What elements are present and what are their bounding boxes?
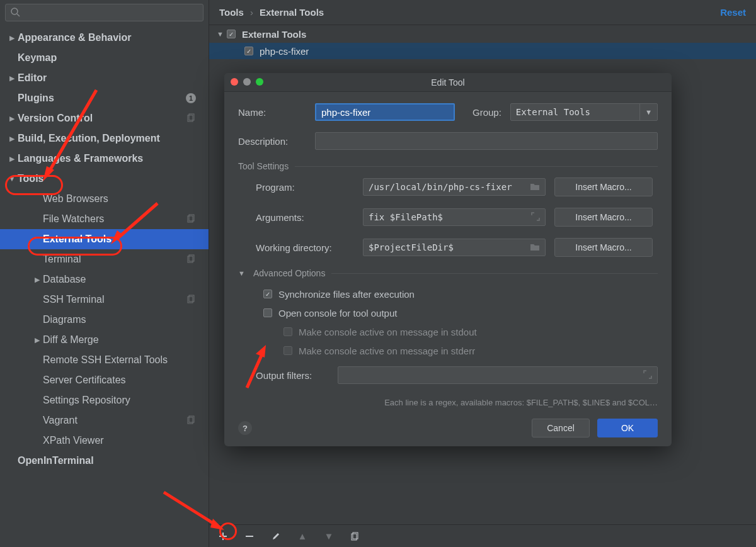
help-button[interactable]: ? bbox=[238, 421, 252, 435]
sidebar-item-tools[interactable]: ▼Tools bbox=[0, 169, 209, 189]
move-up-button[interactable]: ▲ bbox=[295, 529, 310, 544]
tools-list: ▼ ✓ External Tools ✓ php-cs-fixer bbox=[209, 25, 756, 59]
expand-icon[interactable] bbox=[643, 370, 652, 379]
badge: 1 bbox=[186, 93, 196, 103]
caret-down-icon: ▼ bbox=[238, 269, 247, 277]
item-name: php-cs-fixer bbox=[260, 46, 309, 57]
folder-icon[interactable] bbox=[530, 182, 540, 191]
add-button[interactable] bbox=[215, 529, 231, 544]
insert-macro-workdir-button[interactable]: Insert Macro... bbox=[554, 238, 653, 257]
sidebar-item-editor[interactable]: ▶Editor bbox=[0, 68, 209, 88]
sidebar-item-version-control[interactable]: ▶Version Control bbox=[0, 108, 209, 128]
sidebar-item-label: File Watchers bbox=[43, 213, 104, 225]
sidebar-item-web-browsers[interactable]: ▶Web Browsers bbox=[0, 189, 209, 209]
advanced-section[interactable]: ▼Advanced Options bbox=[238, 268, 658, 278]
ok-button[interactable]: OK bbox=[597, 419, 658, 437]
scope-icon bbox=[187, 113, 196, 125]
sidebar-item-vagrant[interactable]: ▶Vagrant bbox=[0, 410, 209, 431]
tool-item-row[interactable]: ✓ php-cs-fixer bbox=[209, 43, 756, 59]
scope-icon bbox=[187, 415, 196, 427]
sync-option[interactable]: ✓ Synchronize files after execution bbox=[238, 285, 658, 303]
breadcrumb-root[interactable]: Tools bbox=[219, 7, 244, 18]
sidebar-item-ssh-terminal[interactable]: ▶SSH Terminal bbox=[0, 290, 209, 310]
search-icon bbox=[10, 7, 20, 17]
copy-button[interactable] bbox=[348, 529, 363, 544]
sidebar-item-terminal[interactable]: ▶Terminal bbox=[0, 249, 209, 269]
edit-tool-dialog: Edit Tool Name: php-cs-fixer Group: Exte… bbox=[224, 73, 672, 446]
settings-tree[interactable]: ▶Appearance & Behavior▶Keymap▶Editor▶Plu… bbox=[0, 25, 209, 547]
folder-icon[interactable] bbox=[530, 242, 540, 251]
caret-right-icon: ▶ bbox=[6, 155, 18, 163]
filters-field[interactable] bbox=[338, 366, 658, 384]
maximize-icon[interactable] bbox=[256, 78, 263, 86]
svg-line-1 bbox=[17, 14, 20, 16]
arguments-field[interactable]: fix $FilePath$ bbox=[363, 208, 546, 226]
sidebar-item-server-certificates[interactable]: ▶Server Certificates bbox=[0, 370, 209, 390]
main-panel: Tools › External Tools Reset ▼ ✓ Externa… bbox=[209, 0, 756, 547]
sidebar-item-label: XPath Viewer bbox=[43, 435, 104, 446]
caret-right-icon: ▶ bbox=[32, 276, 43, 284]
tool-group-row[interactable]: ▼ ✓ External Tools bbox=[209, 25, 756, 43]
name-field[interactable]: php-cs-fixer bbox=[315, 103, 455, 121]
sidebar-item-settings-repository[interactable]: ▶Settings Repository bbox=[0, 390, 209, 410]
sidebar-item-diagrams[interactable]: ▶Diagrams bbox=[0, 310, 209, 330]
dialog-titlebar[interactable]: Edit Tool bbox=[224, 73, 672, 92]
edit-button[interactable] bbox=[268, 529, 284, 544]
group-value: External Tools bbox=[516, 107, 590, 117]
sidebar-item-diff-merge[interactable]: ▶Diff & Merge bbox=[0, 330, 209, 350]
minimize-icon bbox=[243, 78, 251, 86]
caret-right-icon: ▶ bbox=[6, 135, 18, 143]
reset-link[interactable]: Reset bbox=[720, 7, 746, 18]
description-field[interactable] bbox=[315, 132, 658, 150]
sidebar-item-label: Version Control bbox=[18, 113, 93, 124]
scope-icon bbox=[187, 295, 196, 306]
expand-icon[interactable] bbox=[531, 212, 540, 221]
sidebar-item-label: Languages & Frameworks bbox=[18, 153, 143, 164]
sync-checkbox[interactable]: ✓ bbox=[263, 290, 272, 298]
workdir-field[interactable]: $ProjectFileDir$ bbox=[363, 239, 546, 256]
sidebar-item-build-execution-deployment[interactable]: ▶Build, Execution, Deployment bbox=[0, 128, 209, 149]
window-controls[interactable] bbox=[231, 78, 263, 86]
sidebar-item-label: Settings Repository bbox=[43, 395, 130, 406]
sidebar-item-xpath-viewer[interactable]: ▶XPath Viewer bbox=[0, 431, 209, 451]
sidebar-item-remote-ssh-external-tools[interactable]: ▶Remote SSH External Tools bbox=[0, 350, 209, 370]
stderr-option: Make console active on message in stderr bbox=[238, 341, 658, 360]
sidebar-item-database[interactable]: ▶Database bbox=[0, 269, 209, 290]
program-field[interactable]: /usr/local/bin/php-cs-fixer bbox=[363, 178, 546, 196]
sidebar-item-label: Vagrant bbox=[43, 415, 77, 426]
tool-settings-section: Tool Settings bbox=[238, 161, 658, 171]
filters-label: Output filters: bbox=[256, 370, 338, 381]
sidebar-item-label: Remote SSH External Tools bbox=[43, 354, 168, 366]
sidebar-item-label: Server Certificates bbox=[43, 375, 126, 386]
group-checkbox[interactable]: ✓ bbox=[227, 30, 236, 38]
group-combo[interactable]: External Tools ▼ bbox=[510, 103, 658, 121]
insert-macro-program-button[interactable]: Insert Macro... bbox=[554, 178, 653, 196]
name-label: Name: bbox=[238, 107, 315, 118]
item-checkbox[interactable]: ✓ bbox=[244, 47, 253, 55]
sidebar-item-file-watchers[interactable]: ▶File Watchers bbox=[0, 209, 209, 229]
sidebar-item-label: Appearance & Behavior bbox=[18, 32, 132, 43]
caret-right-icon: ▶ bbox=[6, 115, 18, 123]
breadcrumb-leaf: External Tools bbox=[260, 7, 324, 18]
sidebar-item-plugins[interactable]: ▶Plugins1 bbox=[0, 88, 209, 108]
console-checkbox[interactable] bbox=[263, 308, 272, 317]
close-icon[interactable] bbox=[231, 78, 238, 86]
sidebar-item-languages-frameworks[interactable]: ▶Languages & Frameworks bbox=[0, 149, 209, 169]
scope-icon bbox=[187, 214, 196, 225]
console-option[interactable]: Open console for tool output bbox=[238, 303, 658, 322]
group-label: Group: bbox=[472, 107, 501, 118]
sidebar-item-keymap[interactable]: ▶Keymap bbox=[0, 48, 209, 68]
stdout-checkbox bbox=[284, 327, 292, 336]
cancel-button[interactable]: Cancel bbox=[532, 419, 590, 437]
insert-macro-arguments-button[interactable]: Insert Macro... bbox=[554, 208, 653, 227]
remove-button[interactable] bbox=[242, 529, 257, 544]
sidebar-item-label: External Tools bbox=[43, 234, 112, 245]
move-down-button[interactable]: ▼ bbox=[321, 529, 336, 544]
description-label: Description: bbox=[238, 136, 315, 147]
search-input[interactable] bbox=[5, 4, 203, 21]
sidebar-item-external-tools[interactable]: ▶External Tools bbox=[0, 229, 209, 249]
sidebar-item-label: Tools bbox=[18, 173, 43, 184]
program-label: Program: bbox=[256, 182, 363, 193]
sidebar-item-openinterminal[interactable]: ▶OpenInTerminal bbox=[0, 451, 209, 471]
sidebar-item-appearance-behavior[interactable]: ▶Appearance & Behavior bbox=[0, 28, 209, 48]
